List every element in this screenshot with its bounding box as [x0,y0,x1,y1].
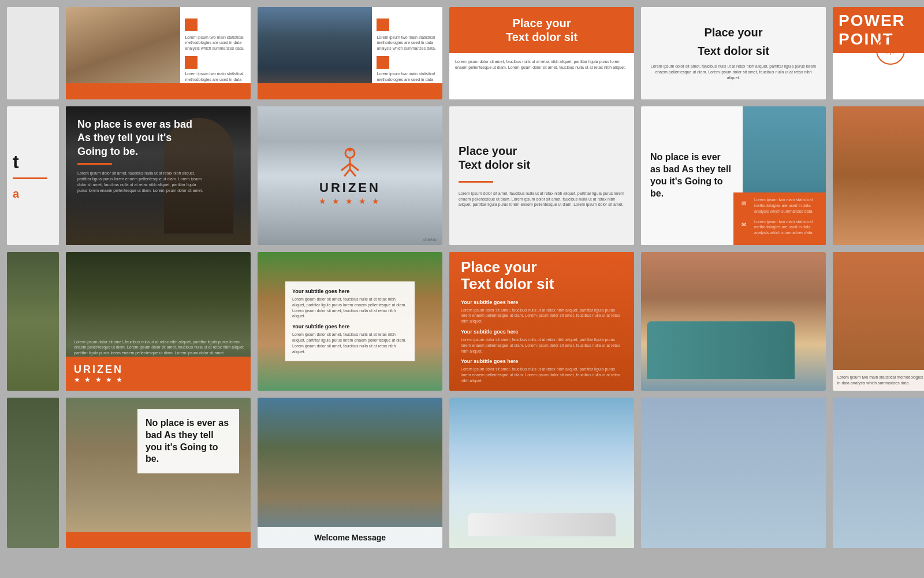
slide-12 [833,106,924,245]
slide-11: No place is ever as bad As they tell you… [641,106,826,245]
icon-box-4 [377,56,389,69]
slide-23-bg [641,398,826,548]
slide-14-brand: URIZEN [74,364,243,376]
slide-11-row2: ✉ Lorem ipsum two main statistical metho… [738,219,821,236]
svg-line-5 [350,169,356,176]
slide-20-whitebox: No place is ever as bad As they tell you… [137,409,239,473]
slide-20: No place is ever as bad As they tell you… [66,398,251,548]
slide-9-logo-container: URIZEN ★ ★ ★ ★ ★ [258,106,442,245]
slide-5-text: Text dolor sit [649,44,818,58]
slide-23 [641,398,826,548]
slide-21: Welcome Message [258,398,442,548]
slide-4-place: Place your [512,16,571,30]
slide-17-jeep [647,321,795,379]
slide-2-text: Lorem ipsum two main statistical methodo… [185,35,246,51]
slide-16: Place your Text dolor sit Your subtitle … [449,252,634,391]
svg-line-4 [344,169,350,176]
icon-box-2 [185,56,198,69]
slide-7-letter: t [13,151,53,173]
slide-22 [449,398,634,548]
slide-18-lorem: Lorem ipsum two main statistical methodo… [837,375,924,386]
slide-10: Place yourText dolor sit Lorem ipsum dol… [449,106,634,245]
slide-13 [7,252,59,391]
slide-8-line [77,163,112,165]
slide-10-lorem: Lorem ipsum dolor sit amet, faucibus nul… [459,191,625,208]
slide-19-photo [7,398,59,548]
slide-14-bottom: URIZEN ★ ★ ★ ★ ★ [66,357,251,391]
urizen-brand-name: URIZEN [319,180,381,195]
slide-16-text: Text dolor sit [461,276,623,292]
slide-11-icon2: ✉ [738,219,750,231]
slide-14-lorem: Lorem ipsum dolor sit amet, faucibus nul… [74,339,251,356]
icon-box-3 [377,18,389,31]
slide-7: t a [7,106,59,245]
slide-15-subtitle1: Your subtitle goes here [292,288,408,294]
main-grid: Lorem ipsum two main statistical methodo… [0,0,924,578]
slide-4-top: Place your Text dolor sit [449,7,634,53]
slide-8-quote: No place is ever as bad As they tell you… [77,118,193,158]
slide-18-text: Lorem ipsum two main statistical methodo… [833,370,924,391]
sun-icon-circle: ☀ [876,36,905,65]
slide-24-bg [833,398,924,548]
slide-4-text: Text dolor sit [506,30,578,44]
slide-11-content: No place is ever as bad As they tell you… [641,106,743,245]
sun-icon: ☀ [884,42,897,58]
slide-18: Lorem ipsum two main statistical methodo… [833,252,924,391]
slide-7-brand: a [13,187,53,201]
slide-11-orange: ✉ Lorem ipsum two main statistical metho… [733,192,826,245]
slide-19 [7,398,59,548]
slide-15-subtitle2: Your subtitle goes here [292,324,408,329]
slide-11-row1: ✉ Lorem ipsum two main statistical metho… [738,197,821,214]
slide-7-line [13,177,47,179]
slide-7-content: t a [7,106,59,245]
slide-6-sun: ☀ [876,36,905,65]
slide-24 [833,398,924,548]
svg-point-6 [348,148,352,151]
slide-22-car [468,490,616,536]
slide-11-quote: No place is ever as bad As they tell you… [650,151,733,199]
slide-6: POWER POINT ☀ [833,7,924,99]
svg-line-2 [341,164,350,171]
slide-8-content: No place is ever as bad As they tell you… [66,106,251,245]
slide-21-bottom: Welcome Message [258,527,442,548]
slide-16-place: Place your [461,259,623,276]
slide-3-text: Lorem ipsum two main statistical methodo… [377,35,438,51]
slide-16-subtitle3: Your subtitle goes here [461,358,623,364]
slide-4-lorem: Lorem ipsum dolor sit amet, faucibus nul… [455,59,628,71]
slide-3-bar [258,83,442,99]
slide-14: URIZEN ★ ★ ★ ★ ★ Lorem ipsum dolor sit a… [66,252,251,391]
slide-2: Lorem ipsum two main statistical methodo… [66,7,251,99]
slide-10-line [459,181,493,183]
slide-4: Place your Text dolor sit Lorem ipsum do… [449,7,634,99]
icon-box-1 [185,18,198,31]
slide-21-bg [258,398,442,548]
slide-5: Place your Text dolor sit Lorem ipsum do… [641,7,826,99]
slide-16-lorem2: Lorem ipsum dolor sit amet, faucibus nul… [461,337,623,354]
slide-14-stars: ★ ★ ★ ★ ★ [74,376,243,384]
svg-line-3 [350,164,359,171]
slide-4-bottom: Lorem ipsum dolor sit amet, faucibus nul… [449,53,634,99]
slide-13-photo [7,252,59,391]
slide-2-bar [66,83,251,99]
slide-15-whitebox: Your subtitle goes here Lorem ipsum dolo… [285,281,415,361]
slide-14-lorem-area: Lorem ipsum dolor sit amet, faucibus nul… [74,339,251,356]
slide-15: Your subtitle goes here Lorem ipsum dolo… [258,252,442,391]
slide-17 [641,252,826,391]
slide-3: Lorem ipsum two main statistical methodo… [258,7,442,99]
slide-5-lorem: Lorem ipsum dolor sit amet, faucibus nul… [649,64,818,80]
slide-9: URIZEN ★ ★ ★ ★ ★ slidefab [258,106,442,245]
slide-12-photo [833,106,924,245]
slide-11-icon1: ✉ [738,197,750,209]
slide-15-lorem1: Lorem ipsum dolor sit amet, faucibus nul… [292,297,408,319]
slide-20-bar [66,532,251,548]
slide-16-lorem1: Lorem ipsum dolor sit amet, faucibus nul… [461,307,623,324]
slide-8-lorem: Lorem ipsum dolor sit amet, faucibus nul… [77,171,204,193]
urizen-svg-logo [333,146,367,178]
slide-20-quote: No place is ever as bad As they tell you… [146,417,231,465]
slide-16-subtitle2: Your subtitle goes here [461,329,623,335]
slide-5-place: Place your [649,25,818,39]
slide-15-lorem2: Lorem ipsum dolor sit amet, faucibus nul… [292,332,408,354]
slide-9-stars: ★ ★ ★ ★ ★ [319,197,381,206]
slide-1 [7,7,59,99]
slide-16-lorem3: Lorem ipsum dolor sit amet, faucibus nul… [461,366,623,383]
